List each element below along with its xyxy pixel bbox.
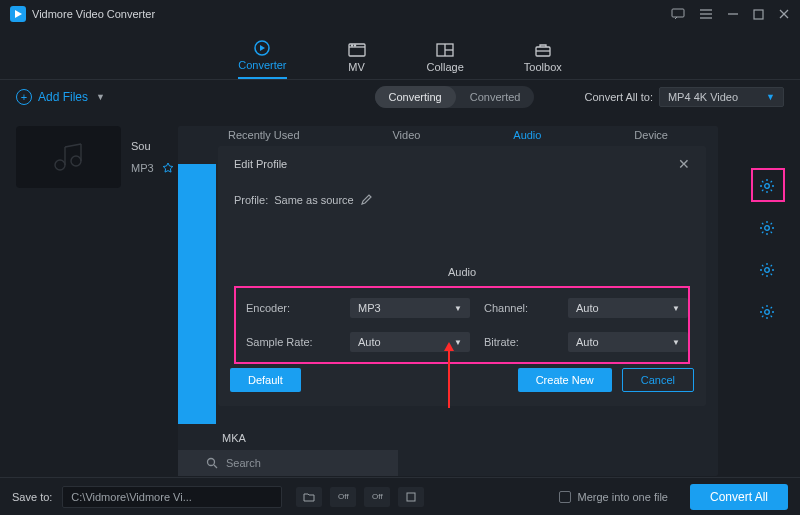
annotation-arrow (448, 350, 450, 408)
toolbox-icon (533, 41, 553, 59)
svg-marker-0 (15, 10, 22, 18)
hw-accel-off-button[interactable]: Off (330, 487, 356, 507)
star-icon[interactable] (162, 162, 174, 174)
svg-point-20 (55, 160, 65, 170)
samplerate-label: Sample Rate: (246, 336, 336, 348)
profile-panel: Recently Used Video Audio Device Edit Pr… (178, 126, 718, 476)
task-settings-icon[interactable] (398, 487, 424, 507)
svg-rect-6 (754, 10, 763, 19)
audio-section-header: Audio (234, 266, 690, 278)
svg-point-13 (351, 45, 352, 46)
gear-icon[interactable] (756, 175, 778, 197)
main-nav: Converter MV Collage Toolbox (0, 28, 800, 80)
category-recent[interactable]: Recently Used (228, 129, 300, 141)
profile-row: Profile: Same as source (234, 194, 690, 206)
tab-label: Toolbox (524, 61, 562, 73)
convert-all-format-value: MP4 4K Video (668, 91, 738, 103)
bitrate-select[interactable]: Auto▼ (568, 332, 688, 352)
chevron-down-icon: ▼ (96, 92, 105, 102)
svg-point-28 (765, 310, 770, 315)
svg-rect-1 (672, 9, 684, 17)
gear-icon[interactable] (756, 217, 778, 239)
svg-point-21 (71, 156, 81, 166)
cancel-button[interactable]: Cancel (622, 368, 694, 392)
profile-panel-bottom: MKA Search (178, 426, 398, 476)
convert-all-button[interactable]: Convert All (690, 484, 788, 510)
maximize-icon[interactable] (753, 9, 764, 20)
tab-mv[interactable]: MV (347, 41, 367, 79)
status-pill: Converting Converted (375, 86, 535, 108)
svg-point-25 (765, 184, 770, 189)
chevron-down-icon: ▼ (766, 92, 775, 102)
category-device[interactable]: Device (634, 129, 668, 141)
close-icon[interactable] (778, 8, 790, 20)
checkbox-icon (559, 491, 571, 503)
search-icon (206, 457, 218, 469)
chevron-down-icon: ▼ (672, 338, 680, 347)
search-placeholder: Search (226, 457, 261, 469)
app-logo-icon (10, 6, 26, 22)
tab-label: Collage (427, 61, 464, 73)
svg-line-30 (214, 465, 217, 468)
svg-point-26 (765, 226, 770, 231)
close-icon[interactable]: ✕ (678, 156, 690, 172)
edit-profile-dialog: Edit Profile ✕ Profile: Same as source A… (218, 146, 706, 406)
converting-tab[interactable]: Converting (375, 86, 456, 108)
minimize-icon[interactable] (727, 8, 739, 20)
gear-icon[interactable] (756, 259, 778, 281)
folder-open-icon[interactable] (296, 487, 322, 507)
footer: Save to: C:\Vidmore\Vidmore Vi... Off Of… (0, 477, 800, 515)
file-thumbnail (16, 126, 121, 188)
tab-label: MV (348, 61, 365, 73)
edit-profile-buttons: Default Create New Cancel (230, 368, 694, 392)
channel-label: Channel: (484, 302, 554, 314)
merge-checkbox[interactable]: Merge into one file (559, 491, 668, 503)
svg-line-24 (65, 144, 81, 147)
tab-collage[interactable]: Collage (427, 41, 464, 79)
svg-point-29 (208, 459, 215, 466)
converted-tab[interactable]: Converted (456, 86, 535, 108)
bitrate-label: Bitrate: (484, 336, 554, 348)
tab-label: Converter (238, 59, 286, 71)
tab-toolbox[interactable]: Toolbox (524, 41, 562, 79)
encoder-select[interactable]: MP3▼ (350, 298, 470, 318)
audio-settings-box: Encoder: MP3▼ Channel: Auto▼ Sample Rate… (234, 286, 690, 364)
window-controls (671, 8, 790, 20)
collage-icon (435, 41, 455, 59)
edit-profile-title: Edit Profile (234, 158, 287, 170)
profile-search[interactable]: Search (178, 450, 398, 476)
format-item-mka[interactable]: MKA (178, 426, 398, 450)
profile-sidebar-active[interactable] (178, 164, 216, 424)
titlebar: Vidmore Video Converter (0, 0, 800, 28)
feedback-icon[interactable] (671, 8, 685, 20)
convert-all-to: Convert All to: MP4 4K Video ▼ (584, 87, 784, 107)
chevron-down-icon: ▼ (454, 304, 462, 313)
plus-icon: + (16, 89, 32, 105)
menu-icon[interactable] (699, 9, 713, 19)
mv-icon (347, 41, 367, 59)
save-path-input[interactable]: C:\Vidmore\Vidmore Vi... (62, 486, 282, 508)
svg-rect-31 (407, 493, 415, 501)
converter-icon (252, 39, 272, 57)
column-header-source: Sou (131, 140, 174, 152)
side-gear-column (756, 175, 778, 323)
app-title: Vidmore Video Converter (32, 8, 155, 20)
encoder-label: Encoder: (246, 302, 336, 314)
default-button[interactable]: Default (230, 368, 301, 392)
convert-all-format-dropdown[interactable]: MP4 4K Video ▼ (659, 87, 784, 107)
category-audio[interactable]: Audio (513, 129, 541, 141)
gpu-off-button[interactable]: Off (364, 487, 390, 507)
add-files-button[interactable]: + Add Files ▼ (16, 89, 105, 105)
tab-converter[interactable]: Converter (238, 39, 286, 79)
merge-label: Merge into one file (577, 491, 668, 503)
profile-value: Same as source (274, 194, 353, 206)
profile-category-strip: Recently Used Video Audio Device (178, 126, 718, 144)
channel-select[interactable]: Auto▼ (568, 298, 688, 318)
category-video[interactable]: Video (392, 129, 420, 141)
toolbar: + Add Files ▼ Converting Converted Conve… (0, 80, 800, 114)
create-new-button[interactable]: Create New (518, 368, 612, 392)
edit-icon[interactable] (360, 194, 372, 206)
gear-icon[interactable] (756, 301, 778, 323)
chevron-down-icon: ▼ (672, 304, 680, 313)
convert-all-label: Convert All to: (584, 91, 652, 103)
